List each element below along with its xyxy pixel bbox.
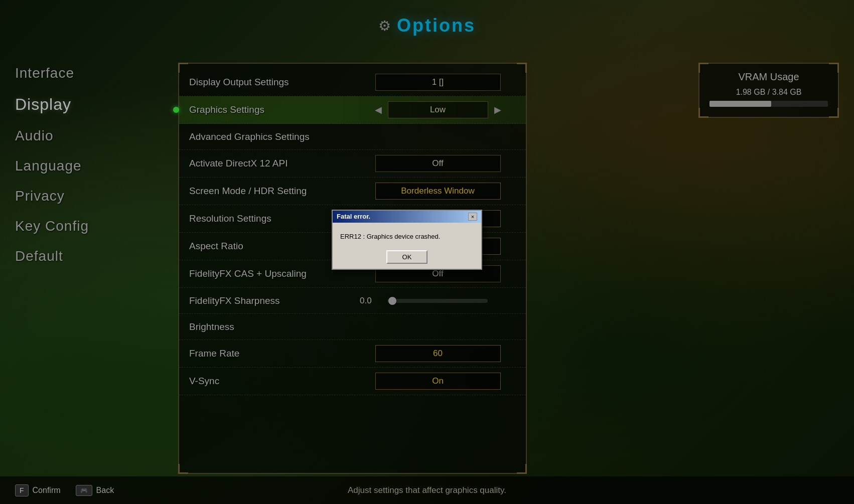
dialog-body: ERR12 : Graphics device crashed. OK bbox=[333, 223, 481, 269]
dialog-ok-button[interactable]: OK bbox=[386, 250, 428, 264]
dialog-close-button[interactable]: × bbox=[468, 213, 477, 221]
dialog-overlay: Fatal error. × ERR12 : Graphics device c… bbox=[0, 0, 854, 504]
dialog-title: Fatal error. bbox=[337, 213, 370, 220]
dialog-buttons: OK bbox=[340, 250, 474, 264]
fatal-error-dialog: Fatal error. × ERR12 : Graphics device c… bbox=[332, 210, 482, 270]
dialog-message: ERR12 : Graphics device crashed. bbox=[340, 233, 474, 240]
dialog-titlebar: Fatal error. × bbox=[333, 211, 481, 223]
